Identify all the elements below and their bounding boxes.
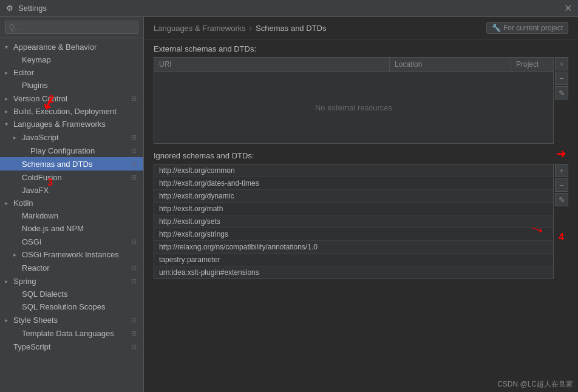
breadcrumb-part1: Languages & Frameworks [154,24,246,33]
sidebar-item-template-data[interactable]: Template Data Languages⊟ [0,326,143,340]
sidebar-item-osgi-framework[interactable]: ▸OSGi Framework Instances [0,248,143,261]
nav-label-schemas: Schemas and DTDs [22,160,129,169]
table-body-empty: No external resources [154,71,554,144]
sidebar-item-spring[interactable]: ▸Spring⊟ [0,274,143,288]
sidebar-item-schemas[interactable]: Schemas and DTDs⊟ [0,157,143,171]
nav-label-nodejs: Node.js and NPM [22,224,138,233]
col-project-header: Project [511,58,553,71]
project-badge-label: For current project [503,24,563,32]
ignored-side-btns: + ➜ − ✎ [554,164,568,279]
title-bar: ⚙ Settings ✕ [0,0,578,17]
table-header: URI Location Project [154,57,554,71]
project-badge[interactable]: 🔧 For current project [486,22,568,34]
ignored-row[interactable]: urn:idea:xslt-plugin#extensions [154,266,553,279]
sidebar-item-build[interactable]: ▸Build, Execution, Deployment [0,105,143,118]
external-side-btns: + − ✎ [554,57,568,144]
nav-label-plugins: Plugins [22,81,138,90]
nav-icon-right-version-control: ⊟ [129,93,138,103]
nav-label-osgi-framework: OSGi Framework Instances [22,250,138,259]
nav-arrow-languages: ▾ [5,121,13,127]
sidebar-item-kotlin[interactable]: ▸Kotlin [0,197,143,209]
ignored-row[interactable]: http://exslt.org/sets [154,215,553,228]
nav-label-markdown: Markdown [22,211,138,220]
ignored-row[interactable]: http://exslt.org/math [154,203,553,215]
col-location-header: Location [389,58,511,71]
sidebar-item-editor[interactable]: ▸Editor [0,66,143,79]
sidebar-item-markdown[interactable]: Markdown [0,209,143,222]
ignored-table-container: http://exslt.org/commonhttp://exslt.org/… [154,164,568,279]
ignored-row[interactable]: http://relaxng.org/ns/compatibility/anno… [154,241,553,254]
nav-icon-right-schemas: ⊟ [129,159,138,169]
breadcrumb-sep: › [250,24,252,33]
sidebar-item-reactor[interactable]: Reactor⊟ [0,261,143,274]
nav-label-sql-dialects: SQL Dialects [22,289,138,299]
nav-label-osgi: OSGi [22,237,129,246]
nav-icon-right-spring: ⊟ [129,276,138,286]
external-table-container: URI Location Project No external resourc… [154,57,568,144]
ignored-row[interactable]: http://exslt.org/strings [154,228,553,241]
search-container [0,17,143,38]
sidebar-item-osgi[interactable]: OSGi⊟ [0,235,143,248]
nav-label-kotlin: Kotlin [13,198,138,208]
sidebar-item-typescript[interactable]: TypeScript⊟ [0,340,143,353]
sidebar: ▾Appearance & BehaviorKeymap▸EditorPlugi… [0,17,144,392]
nav-label-build: Build, Execution, Deployment [13,107,138,116]
sidebar-item-nodejs[interactable]: Node.js and NPM [0,222,143,235]
edit-ignored-button[interactable]: ✎ [555,193,568,206]
nav-arrow-editor: ▸ [5,69,13,76]
nav-arrow-spring: ▸ [5,278,13,285]
sidebar-item-coldfusion[interactable]: ColdFusion⊟ [0,171,143,184]
nav-icon-right-template-data: ⊟ [129,328,138,338]
nav-label-javascript: JavaScript [22,133,129,142]
sidebar-item-javascript[interactable]: ▸JavaScript⊟ [0,130,143,144]
window-title: Settings [18,4,47,13]
nav-label-editor: Editor [13,68,138,77]
nav-icon-right-coldfusion: ⊟ [129,172,138,182]
nav-label-languages: Languages & Frameworks [13,120,138,129]
nav-label-coldfusion: ColdFusion [22,173,129,182]
sidebar-item-plugins[interactable]: Plugins [0,79,143,92]
ignored-row[interactable]: http://exslt.org/common [154,164,553,177]
nav-label-sql-resolution: SQL Resolution Scopes [22,302,138,311]
remove-ignored-button[interactable]: − [555,178,568,192]
nav-icon-right-reactor: ⊟ [129,263,138,272]
right-panel: Languages & Frameworks › Schemas and DTD… [144,17,578,392]
remove-external-button[interactable]: − [555,72,568,85]
sidebar-item-appearance[interactable]: ▾Appearance & Behavior [0,41,143,53]
empty-text: No external resources [315,103,392,112]
sidebar-item-version-control[interactable]: ▸Version Control⊟ [0,92,143,105]
nav-arrow-stylesheets: ▸ [5,317,13,323]
close-button[interactable]: ✕ [564,2,572,14]
ignored-schemas-title: Ignored schemas and DTDs: [154,151,568,160]
sidebar-item-javafx[interactable]: JavaFX [0,184,143,197]
sidebar-item-sql-dialects[interactable]: SQL Dialects [0,288,143,300]
nav-label-reactor: Reactor [22,263,129,272]
col-uri-header: URI [154,58,389,71]
settings-icon: ⚙ [6,4,13,13]
nav-label-stylesheets: Style Sheets [13,316,129,325]
nav-arrow-javascript: ▸ [13,134,22,141]
breadcrumb: Languages & Frameworks › Schemas and DTD… [144,17,578,39]
ignored-row[interactable]: tapestry:parameter [154,254,553,266]
sidebar-item-play-config[interactable]: Play Configuration⊟ [0,144,143,157]
external-schemas-title: External schemas and DTDs: [154,44,568,53]
ignored-row[interactable]: http://exslt.org/dynamic [154,190,553,203]
nav-icon-right-stylesheets: ⊟ [129,315,138,325]
ignored-row[interactable]: http://exslt.org/dates-and-times [154,177,553,190]
breadcrumb-part2: Schemas and DTDs [256,24,326,33]
sidebar-item-languages[interactable]: ▾Languages & Frameworks [0,118,143,130]
nav-label-play-config: Play Configuration [30,146,129,155]
nav-label-version-control: Version Control [13,94,129,103]
add-ignored-button[interactable]: + ➜ [555,164,568,177]
nav-arrow-appearance: ▾ [5,44,13,50]
ignored-list: http://exslt.org/commonhttp://exslt.org/… [154,164,554,279]
search-input[interactable] [5,21,138,34]
nav-icon-right-typescript: ⊟ [129,342,138,351]
edit-external-button[interactable]: ✎ [555,86,568,100]
sidebar-item-stylesheets[interactable]: ▸Style Sheets⊟ [0,313,143,326]
sidebar-item-sql-resolution[interactable]: SQL Resolution Scopes [0,300,143,313]
add-external-button[interactable]: + [555,57,568,70]
sidebar-item-keymap[interactable]: Keymap [0,53,143,66]
nav-label-appearance: Appearance & Behavior [13,42,138,52]
nav-icon-right-osgi: ⊟ [129,237,138,246]
